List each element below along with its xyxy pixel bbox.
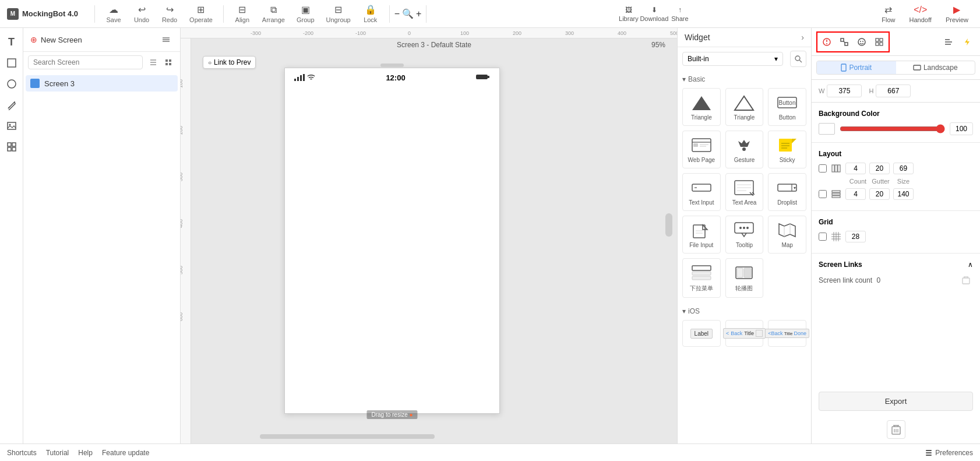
rectangle-tool[interactable] bbox=[2, 54, 21, 72]
widget-item-triangle-filled[interactable]: Triangle bbox=[682, 88, 721, 126]
undo-button[interactable]: ↩ Undo bbox=[128, 2, 156, 26]
count-input-1[interactable] bbox=[845, 163, 866, 174]
widget-item-dropdown-menu[interactable]: 下拉菜单 bbox=[682, 258, 721, 298]
new-screen-button[interactable]: ⊕ New Screen bbox=[30, 35, 82, 44]
ios-widget-navbar-back[interactable]: <BackTitle bbox=[725, 320, 764, 347]
canvas-area[interactable]: -300 -200 -100 0 100 200 300 400 500 600… bbox=[181, 28, 677, 444]
landscape-tab[interactable]: Landscape bbox=[896, 61, 975, 74]
tutorial-link[interactable]: Tutorial bbox=[46, 449, 69, 457]
flow-button[interactable]: ⇄ Flow bbox=[877, 2, 900, 26]
widget-section-ios[interactable]: ▾ iOS bbox=[682, 307, 806, 315]
count-input-2[interactable] bbox=[845, 188, 866, 200]
text-tool[interactable]: T bbox=[2, 33, 21, 51]
zoom-minus[interactable]: − bbox=[394, 9, 400, 19]
ios-widget-navbar-done[interactable]: <BackTitleDone bbox=[768, 320, 806, 347]
canvas-scrollbar[interactable] bbox=[202, 434, 677, 439]
widget-item-text-input[interactable]: Text Input bbox=[682, 173, 721, 211]
screens-panel-header: ⊕ New Screen bbox=[23, 28, 180, 52]
right-panel-tab-emoji[interactable] bbox=[854, 34, 870, 50]
screen-links-chevron[interactable]: ∧ bbox=[968, 261, 973, 269]
group-button[interactable]: ▣ Group bbox=[291, 2, 320, 26]
widget-item-triangle-outline[interactable]: Triangle bbox=[725, 88, 764, 126]
widget-item-sticky[interactable]: Sticky bbox=[768, 131, 806, 168]
zoom-plus[interactable]: + bbox=[416, 9, 421, 19]
layout-checkbox-1[interactable] bbox=[819, 164, 827, 173]
ungroup-button[interactable]: ⊟ Ungroup bbox=[320, 2, 357, 26]
library-button[interactable]: 🖼 Library bbox=[617, 2, 640, 26]
share-button[interactable]: ↑ Share bbox=[668, 2, 692, 26]
drag-resize-handle[interactable]: Drag to resize ● bbox=[366, 410, 417, 419]
portrait-tab[interactable]: Portrait bbox=[817, 61, 896, 74]
widget-item-webpage[interactable]: Web Page bbox=[682, 131, 721, 168]
list-view-button[interactable] bbox=[146, 55, 160, 69]
screens-settings-button[interactable] bbox=[159, 33, 173, 47]
phone-body bbox=[285, 87, 499, 413]
shortcuts-link[interactable]: Shortcuts bbox=[7, 449, 37, 457]
opacity-input[interactable] bbox=[950, 122, 973, 135]
feature-update-link[interactable]: Feature update bbox=[102, 449, 149, 457]
size-input-1[interactable] bbox=[893, 163, 914, 174]
width-input[interactable] bbox=[827, 85, 862, 97]
widget-dropdown[interactable]: Built-in ▾ bbox=[682, 52, 783, 66]
redo-button[interactable]: ↪ Redo bbox=[156, 2, 184, 26]
resize-handle-top[interactable] bbox=[380, 64, 404, 67]
size-input-2[interactable] bbox=[893, 188, 914, 200]
download-button[interactable]: ⬇ Download bbox=[643, 2, 666, 26]
widget-label-sticky: Sticky bbox=[780, 157, 795, 163]
circle-tool[interactable] bbox=[2, 75, 21, 93]
right-panel-icon-align[interactable] bbox=[940, 34, 957, 50]
ios-widget-label[interactable]: Label bbox=[682, 320, 721, 347]
gutter-input-1[interactable] bbox=[869, 163, 890, 174]
widget-collapse-button[interactable]: › bbox=[801, 33, 804, 42]
grid-input[interactable] bbox=[845, 231, 866, 242]
height-input[interactable] bbox=[876, 85, 911, 97]
scrollbar-thumb[interactable] bbox=[260, 434, 435, 439]
right-panel-tab-resize[interactable] bbox=[836, 34, 852, 50]
right-panel-lightning-icon[interactable] bbox=[959, 34, 975, 50]
color-opacity-slider[interactable] bbox=[840, 124, 945, 133]
help-link[interactable]: Help bbox=[78, 449, 93, 457]
link-to-prev-button[interactable]: ○ Link to Prev bbox=[203, 56, 256, 69]
phone-frame[interactable]: 12:00 Drag to resize ● bbox=[284, 68, 500, 414]
handoff-button[interactable]: </> Handoff bbox=[905, 2, 936, 26]
screens-panel-icons bbox=[159, 33, 173, 47]
pen-tool[interactable] bbox=[2, 96, 21, 114]
trash-icon[interactable] bbox=[959, 273, 973, 287]
canvas-resize-handle[interactable] bbox=[665, 213, 672, 237]
right-panel-tab-grid[interactable] bbox=[871, 34, 887, 50]
preferences-button[interactable]: Preferences bbox=[925, 449, 973, 457]
widget-section-basic[interactable]: ▾ Basic bbox=[682, 75, 806, 83]
widget-item-carousel[interactable]: 轮播图 bbox=[725, 258, 764, 298]
arrange-button[interactable]: ⧉ Arrange bbox=[256, 2, 291, 26]
widget-item-tooltip[interactable]: Tooltip bbox=[725, 216, 764, 254]
grid-checkbox[interactable] bbox=[819, 233, 827, 241]
widget-search-button[interactable] bbox=[790, 51, 806, 67]
preview-button[interactable]: ▶ Preview bbox=[941, 2, 973, 26]
svg-rect-22 bbox=[303, 74, 305, 81]
gutter-input-2[interactable] bbox=[869, 188, 890, 200]
widget-item-gesture[interactable]: Gesture bbox=[725, 131, 764, 168]
layout-row-2 bbox=[819, 188, 973, 200]
grid-view-button[interactable] bbox=[161, 55, 175, 69]
screen-item-3[interactable]: Screen 3 bbox=[26, 75, 178, 92]
widget-item-droplist[interactable]: ▾ Droplist bbox=[768, 173, 806, 211]
align-button[interactable]: ⊟ Align bbox=[228, 2, 256, 26]
left-toolbar: T bbox=[0, 28, 23, 444]
image-tool[interactable] bbox=[2, 117, 21, 135]
layout-checkbox-2[interactable] bbox=[819, 190, 827, 198]
widget-item-map[interactable]: Map bbox=[768, 216, 806, 254]
widget-item-file-input[interactable]: File Input bbox=[682, 216, 721, 254]
right-panel-tab-properties[interactable] bbox=[819, 34, 835, 50]
lock-button[interactable]: 🔒 Lock bbox=[357, 2, 385, 26]
widget-item-button[interactable]: Button Button bbox=[768, 88, 806, 126]
component-tool[interactable] bbox=[2, 138, 21, 156]
save-button[interactable]: ☁ Save bbox=[100, 2, 128, 26]
color-swatch[interactable] bbox=[819, 123, 835, 135]
delete-screen-button[interactable] bbox=[887, 420, 905, 439]
svg-rect-21 bbox=[300, 75, 302, 81]
operate-button[interactable]: ⊞ Operate bbox=[184, 2, 218, 26]
widget-item-text-area[interactable]: Text Area bbox=[725, 173, 764, 211]
app-logo[interactable]: M MockingBot 4.0 bbox=[7, 8, 90, 20]
search-screen-input[interactable] bbox=[28, 55, 143, 69]
export-button[interactable]: Export bbox=[819, 392, 973, 411]
